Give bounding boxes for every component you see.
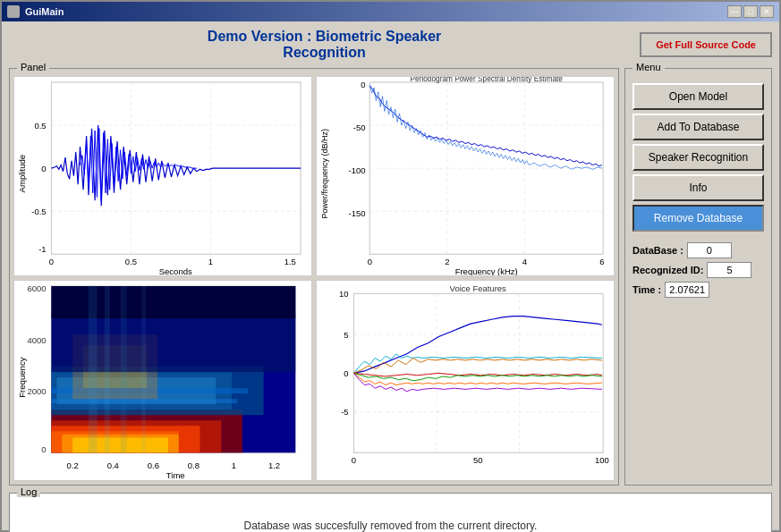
svg-text:-0.5: -0.5	[31, 207, 46, 216]
svg-text:0: 0	[368, 257, 372, 266]
svg-rect-50	[89, 286, 97, 452]
svg-text:1.2: 1.2	[268, 461, 280, 471]
voice-svg: Voice Features 10 5 0 -5	[317, 281, 614, 479]
svg-text:2: 2	[445, 257, 449, 266]
maximize-button[interactable]: □	[743, 5, 758, 18]
svg-text:2000: 2000	[27, 387, 46, 397]
title-controls: — □ ✕	[727, 5, 774, 18]
spectrogram-svg: 6000 4000 2000 0 0.2 0.4 0.6 0.8 1 1.2	[14, 281, 311, 479]
svg-text:Periodogram Power Spectral Den: Periodogram Power Spectral Density Estim…	[410, 77, 563, 83]
panel-label: Panel	[17, 62, 49, 72]
psd-chart: Periodogram Power Spectral Density Estim…	[316, 76, 615, 276]
svg-text:0: 0	[352, 456, 356, 466]
svg-rect-48	[52, 313, 296, 372]
waveform-svg: 0.5 0 -0.5 -1 0 0.5 1 1.5 Amplitude	[14, 77, 311, 275]
recognized-id-row: Recognized ID: 5	[632, 262, 764, 278]
svg-text:0: 0	[41, 445, 46, 455]
svg-text:0.6: 0.6	[148, 461, 159, 471]
svg-text:50: 50	[473, 456, 483, 466]
remove-database-button[interactable]: Remove Database	[632, 205, 764, 232]
content-area: Demo Version : Biometric Speaker Recogni…	[2, 21, 779, 532]
log-content: Database was succesfully removed from th…	[10, 494, 771, 532]
title-bar: GuiMain — □ ✕	[2, 2, 779, 21]
window-title: GuiMain	[25, 6, 64, 17]
spectrogram-chart: 6000 4000 2000 0 0.2 0.4 0.6 0.8 1 1.2	[13, 280, 312, 480]
database-label: DataBase :	[632, 245, 683, 256]
svg-text:0: 0	[344, 368, 348, 378]
panel-box: Panel	[9, 68, 619, 486]
svg-text:0.5: 0.5	[34, 121, 46, 131]
svg-text:Amplitude: Amplitude	[17, 155, 27, 193]
open-model-button[interactable]: Open Model	[632, 83, 764, 110]
svg-text:Seconds: Seconds	[159, 266, 192, 275]
svg-text:Time: Time	[166, 470, 185, 479]
minimize-button[interactable]: —	[727, 5, 742, 18]
recognized-id-label: Recognized ID:	[632, 265, 703, 275]
svg-rect-53	[141, 286, 146, 452]
svg-text:-100: -100	[349, 165, 366, 175]
app-icon	[7, 5, 20, 18]
header-row: Demo Version : Biometric Speaker Recogni…	[9, 25, 772, 64]
svg-text:1: 1	[208, 257, 213, 266]
close-button[interactable]: ✕	[760, 5, 774, 18]
svg-text:1: 1	[232, 461, 236, 471]
svg-text:Power/frequency (dB/Hz): Power/frequency (dB/Hz)	[320, 129, 329, 219]
svg-rect-49	[52, 286, 296, 318]
svg-text:10: 10	[339, 289, 349, 299]
svg-text:0: 0	[49, 257, 54, 266]
voice-features-chart: Voice Features 10 5 0 -5	[316, 280, 615, 480]
speaker-recognition-button[interactable]: Speaker Recognition	[632, 144, 764, 171]
waveform-chart: 0.5 0 -0.5 -1 0 0.5 1 1.5 Amplitude	[13, 76, 312, 276]
svg-text:0.2: 0.2	[67, 461, 79, 471]
svg-text:100: 100	[595, 456, 609, 466]
menu-label: Menu	[632, 62, 665, 72]
svg-text:-5: -5	[341, 408, 348, 418]
info-button[interactable]: Info	[632, 174, 764, 201]
svg-text:-50: -50	[353, 122, 366, 132]
svg-text:0.4: 0.4	[107, 461, 120, 471]
svg-text:-150: -150	[349, 208, 366, 218]
main-window: GuiMain — □ ✕ Demo Version : Biometric S…	[0, 0, 781, 532]
time-row: Time : 2.07621	[632, 282, 764, 298]
svg-text:Frequency: Frequency	[17, 358, 27, 399]
log-label: Log	[17, 486, 40, 497]
database-row: DataBase : 0	[632, 242, 764, 258]
time-label: Time :	[632, 284, 661, 295]
title-bar-left: GuiMain	[7, 5, 64, 18]
menu-box: Menu Open Model Add To Database Speaker …	[624, 68, 772, 486]
svg-text:-1: -1	[38, 244, 46, 254]
svg-rect-52	[121, 286, 127, 452]
add-to-database-button[interactable]: Add To Database	[632, 114, 764, 140]
svg-text:6000: 6000	[27, 283, 46, 293]
log-section: Log Database was succesfully removed fro…	[9, 489, 772, 532]
svg-text:0: 0	[361, 80, 365, 89]
app-title: Demo Version : Biometric Speaker Recogni…	[9, 29, 640, 61]
svg-text:6: 6	[599, 257, 604, 266]
svg-text:0.5: 0.5	[125, 257, 137, 266]
charts-grid: 0.5 0 -0.5 -1 0 0.5 1 1.5 Amplitude	[13, 76, 615, 481]
svg-text:4000: 4000	[27, 335, 46, 345]
database-value: 0	[687, 242, 732, 258]
svg-text:Frequency (kHz): Frequency (kHz)	[455, 266, 518, 275]
log-box: Log Database was succesfully removed fro…	[9, 493, 772, 532]
recognized-id-value: 5	[707, 262, 751, 278]
svg-text:0: 0	[41, 164, 46, 173]
svg-text:4: 4	[522, 257, 528, 266]
log-message: Database was succesfully removed from th…	[244, 519, 538, 532]
svg-rect-51	[105, 286, 110, 452]
svg-text:1.5: 1.5	[284, 257, 296, 266]
svg-text:Voice Features: Voice Features	[450, 283, 506, 293]
svg-text:0.8: 0.8	[188, 461, 199, 471]
time-value: 2.07621	[665, 282, 709, 298]
get-source-button[interactable]: Get Full Source Code	[640, 32, 772, 57]
psd-svg: Periodogram Power Spectral Density Estim…	[317, 77, 614, 275]
svg-text:5: 5	[344, 330, 348, 340]
main-row: Panel	[9, 68, 772, 486]
